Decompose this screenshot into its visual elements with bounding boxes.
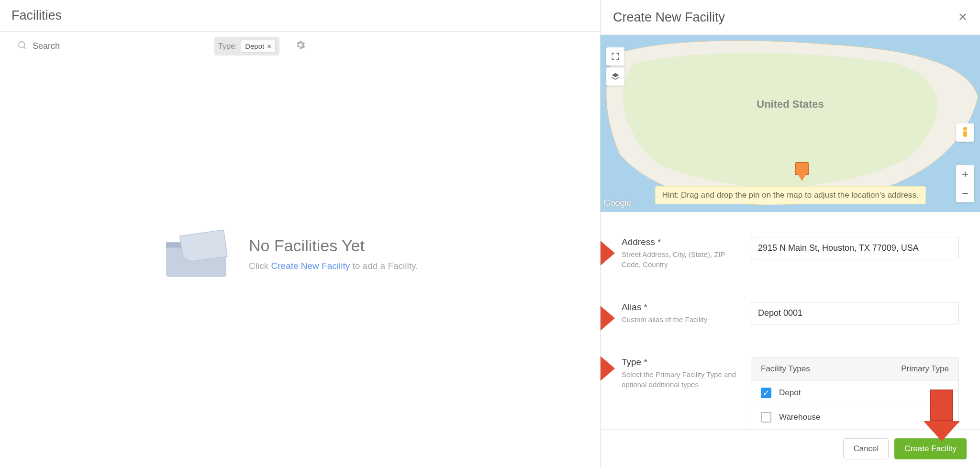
- zoom-out-button[interactable]: −: [956, 184, 974, 203]
- alias-input[interactable]: [751, 302, 959, 324]
- svg-line-1: [24, 46, 26, 49]
- alias-label: Alias *: [622, 302, 739, 312]
- close-icon[interactable]: ✕: [958, 11, 968, 24]
- arrow-annotation: [601, 301, 615, 335]
- address-input[interactable]: [751, 237, 959, 259]
- zoom-in-button[interactable]: +: [956, 165, 974, 184]
- empty-description: Click Create New Facility to add a Facil…: [249, 261, 418, 271]
- map-pin[interactable]: [795, 162, 809, 175]
- empty-folder-icon: [163, 230, 230, 278]
- filter-chip[interactable]: Depot ×: [241, 40, 276, 53]
- panel-title: Create New Facility: [613, 10, 725, 25]
- layers-icon[interactable]: [606, 67, 624, 86]
- create-facility-panel: Create New Facility ✕ United States + − …: [600, 0, 980, 468]
- type-desc: Select the Primary Facility Type and opt…: [622, 369, 739, 390]
- svg-text:United States: United States: [757, 98, 824, 110]
- checkbox-warehouse[interactable]: [761, 412, 771, 423]
- google-map-logo: Google: [603, 198, 631, 208]
- empty-title: No Facilities Yet: [249, 236, 418, 255]
- row-label: Depot: [779, 388, 801, 398]
- type-label: Type *: [622, 357, 739, 368]
- search-input[interactable]: [33, 41, 205, 51]
- filter-label: Type:: [218, 42, 237, 51]
- gear-icon[interactable]: [295, 39, 306, 54]
- page-title: Facilities: [11, 8, 62, 23]
- fullscreen-icon[interactable]: [606, 47, 624, 66]
- empty-create-link[interactable]: Create New Facility: [271, 261, 350, 271]
- svg-rect-5: [963, 131, 967, 137]
- create-facility-button[interactable]: Create Facility: [894, 438, 967, 459]
- arrow-annotation: [601, 351, 615, 386]
- streetview-icon[interactable]: [956, 123, 974, 142]
- col-primary-type: Primary Type: [901, 364, 949, 374]
- address-label: Address *: [622, 237, 739, 247]
- arrow-annotation: [601, 236, 615, 270]
- address-desc: Street Address, City, (State), ZIP Code,…: [622, 249, 739, 269]
- search-icon: [17, 40, 28, 53]
- map[interactable]: United States + − Google Hint: Drag and …: [601, 35, 980, 212]
- col-facility-types: Facility Types: [761, 364, 810, 374]
- alias-desc: Custom alias of the Facility: [622, 314, 739, 324]
- cancel-button[interactable]: Cancel: [843, 438, 889, 459]
- filter-remove-icon[interactable]: ×: [267, 42, 271, 50]
- checkbox-depot[interactable]: ✓: [761, 388, 771, 398]
- map-hint: Hint: Drag and drop the pin on the map t…: [655, 186, 925, 204]
- row-label: Warehouse: [779, 412, 820, 422]
- svg-point-4: [963, 127, 967, 131]
- arrow-annotation: [924, 390, 960, 441]
- map-zoom-control: + −: [956, 165, 974, 202]
- type-filter[interactable]: Type: Depot ×: [214, 37, 279, 56]
- svg-point-0: [19, 41, 25, 47]
